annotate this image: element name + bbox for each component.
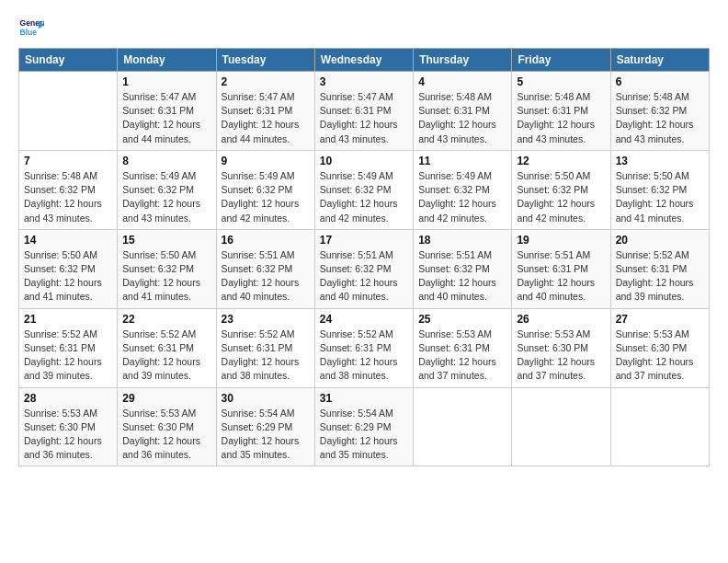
day-number: 8: [122, 155, 210, 167]
day-number: 2: [222, 75, 310, 88]
col-header-wednesday: Wednesday: [314, 49, 413, 72]
day-detail: Sunrise: 5:52 AM Sunset: 6:31 PM Dayligh…: [616, 248, 704, 304]
calendar-cell: 29Sunrise: 5:53 AM Sunset: 6:30 PM Dayli…: [118, 387, 216, 466]
day-detail: Sunrise: 5:48 AM Sunset: 6:31 PM Dayligh…: [418, 90, 506, 146]
calendar-cell: [610, 387, 709, 466]
day-detail: Sunrise: 5:50 AM Sunset: 6:32 PM Dayligh…: [122, 248, 210, 304]
day-detail: Sunrise: 5:48 AM Sunset: 6:32 PM Dayligh…: [616, 90, 704, 146]
day-detail: Sunrise: 5:53 AM Sunset: 6:30 PM Dayligh…: [122, 407, 210, 463]
day-number: 28: [24, 392, 112, 405]
day-detail: Sunrise: 5:48 AM Sunset: 6:31 PM Dayligh…: [517, 90, 605, 146]
day-number: 20: [616, 234, 704, 247]
day-detail: Sunrise: 5:52 AM Sunset: 6:31 PM Dayligh…: [24, 327, 112, 384]
calendar-cell: 27Sunrise: 5:53 AM Sunset: 6:30 PM Dayli…: [610, 308, 709, 387]
logo: General Blue: [18, 15, 44, 40]
calendar-cell: 8Sunrise: 5:49 AM Sunset: 6:32 PM Daylig…: [118, 150, 216, 229]
calendar-cell: 14Sunrise: 5:50 AM Sunset: 6:32 PM Dayli…: [19, 229, 118, 308]
calendar-cell: [19, 72, 118, 151]
calendar-cell: 12Sunrise: 5:50 AM Sunset: 6:32 PM Dayli…: [512, 150, 610, 229]
day-number: 22: [122, 313, 210, 326]
calendar-cell: 16Sunrise: 5:51 AM Sunset: 6:32 PM Dayli…: [216, 229, 314, 308]
col-header-sunday: Sunday: [19, 49, 118, 72]
calendar-cell: 22Sunrise: 5:52 AM Sunset: 6:31 PM Dayli…: [118, 308, 216, 387]
calendar-cell: 6Sunrise: 5:48 AM Sunset: 6:32 PM Daylig…: [610, 72, 709, 151]
calendar-cell: 9Sunrise: 5:49 AM Sunset: 6:32 PM Daylig…: [216, 150, 314, 229]
day-number: 17: [320, 234, 408, 247]
day-number: 16: [222, 234, 310, 247]
day-detail: Sunrise: 5:49 AM Sunset: 6:32 PM Dayligh…: [320, 169, 408, 225]
day-number: 14: [24, 234, 112, 247]
col-header-monday: Monday: [118, 49, 216, 72]
day-number: 9: [222, 155, 310, 167]
day-detail: Sunrise: 5:47 AM Sunset: 6:31 PM Dayligh…: [222, 90, 310, 146]
calendar-week-3: 14Sunrise: 5:50 AM Sunset: 6:32 PM Dayli…: [19, 229, 710, 308]
day-number: 6: [616, 75, 704, 88]
calendar-cell: 31Sunrise: 5:54 AM Sunset: 6:29 PM Dayli…: [314, 387, 413, 466]
day-number: 3: [320, 75, 408, 88]
calendar-cell: 4Sunrise: 5:48 AM Sunset: 6:31 PM Daylig…: [414, 72, 512, 151]
day-detail: Sunrise: 5:47 AM Sunset: 6:31 PM Dayligh…: [320, 90, 408, 146]
calendar-cell: 19Sunrise: 5:51 AM Sunset: 6:31 PM Dayli…: [512, 229, 610, 308]
day-number: 27: [616, 313, 704, 326]
col-header-tuesday: Tuesday: [216, 49, 314, 72]
calendar-cell: 2Sunrise: 5:47 AM Sunset: 6:31 PM Daylig…: [216, 72, 314, 151]
calendar-cell: 28Sunrise: 5:53 AM Sunset: 6:30 PM Dayli…: [19, 387, 118, 466]
day-detail: Sunrise: 5:53 AM Sunset: 6:30 PM Dayligh…: [24, 407, 112, 463]
day-number: 13: [616, 155, 704, 167]
calendar-week-4: 21Sunrise: 5:52 AM Sunset: 6:31 PM Dayli…: [19, 308, 710, 387]
calendar-cell: [512, 387, 610, 466]
calendar-cell: 5Sunrise: 5:48 AM Sunset: 6:31 PM Daylig…: [512, 72, 610, 151]
day-number: 24: [320, 313, 408, 326]
day-number: 29: [122, 392, 210, 405]
calendar-cell: 18Sunrise: 5:51 AM Sunset: 6:32 PM Dayli…: [414, 229, 512, 308]
day-number: 7: [24, 155, 112, 167]
calendar-cell: 20Sunrise: 5:52 AM Sunset: 6:31 PM Dayli…: [610, 229, 709, 308]
calendar-header-row: SundayMondayTuesdayWednesdayThursdayFrid…: [19, 49, 710, 72]
day-detail: Sunrise: 5:52 AM Sunset: 6:31 PM Dayligh…: [222, 327, 310, 384]
calendar-cell: 1Sunrise: 5:47 AM Sunset: 6:31 PM Daylig…: [118, 72, 216, 151]
day-detail: Sunrise: 5:54 AM Sunset: 6:29 PM Dayligh…: [320, 407, 408, 463]
col-header-thursday: Thursday: [414, 49, 512, 72]
day-number: 30: [222, 392, 310, 405]
day-number: 21: [24, 313, 112, 326]
day-number: 18: [418, 234, 506, 247]
calendar-body: 1Sunrise: 5:47 AM Sunset: 6:31 PM Daylig…: [19, 72, 710, 466]
day-number: 26: [517, 313, 605, 326]
day-detail: Sunrise: 5:53 AM Sunset: 6:31 PM Dayligh…: [418, 327, 506, 384]
calendar-week-1: 1Sunrise: 5:47 AM Sunset: 6:31 PM Daylig…: [19, 72, 710, 151]
calendar-cell: 17Sunrise: 5:51 AM Sunset: 6:32 PM Dayli…: [314, 229, 413, 308]
day-number: 4: [418, 75, 506, 88]
day-number: 23: [222, 313, 310, 326]
day-detail: Sunrise: 5:53 AM Sunset: 6:30 PM Dayligh…: [616, 327, 704, 384]
day-detail: Sunrise: 5:51 AM Sunset: 6:32 PM Dayligh…: [222, 248, 310, 304]
calendar-cell: 30Sunrise: 5:54 AM Sunset: 6:29 PM Dayli…: [216, 387, 314, 466]
day-detail: Sunrise: 5:53 AM Sunset: 6:30 PM Dayligh…: [517, 327, 605, 384]
day-number: 10: [320, 155, 408, 167]
day-number: 1: [122, 75, 210, 88]
calendar-cell: 24Sunrise: 5:52 AM Sunset: 6:31 PM Dayli…: [314, 308, 413, 387]
day-detail: Sunrise: 5:49 AM Sunset: 6:32 PM Dayligh…: [418, 169, 506, 225]
day-detail: Sunrise: 5:52 AM Sunset: 6:31 PM Dayligh…: [320, 327, 408, 384]
day-detail: Sunrise: 5:51 AM Sunset: 6:32 PM Dayligh…: [418, 248, 506, 304]
calendar-cell: 25Sunrise: 5:53 AM Sunset: 6:31 PM Dayli…: [414, 308, 512, 387]
day-detail: Sunrise: 5:47 AM Sunset: 6:31 PM Dayligh…: [122, 90, 210, 146]
day-detail: Sunrise: 5:52 AM Sunset: 6:31 PM Dayligh…: [122, 327, 210, 384]
day-detail: Sunrise: 5:49 AM Sunset: 6:32 PM Dayligh…: [222, 169, 310, 225]
svg-text:Blue: Blue: [20, 28, 38, 37]
page-header: General Blue: [18, 15, 710, 40]
calendar-cell: 7Sunrise: 5:48 AM Sunset: 6:32 PM Daylig…: [19, 150, 118, 229]
calendar-table: SundayMondayTuesdayWednesdayThursdayFrid…: [18, 48, 710, 466]
day-number: 12: [517, 155, 605, 167]
day-number: 31: [320, 392, 408, 405]
calendar-cell: 11Sunrise: 5:49 AM Sunset: 6:32 PM Dayli…: [414, 150, 512, 229]
day-detail: Sunrise: 5:50 AM Sunset: 6:32 PM Dayligh…: [517, 169, 605, 225]
day-detail: Sunrise: 5:50 AM Sunset: 6:32 PM Dayligh…: [616, 169, 704, 225]
day-detail: Sunrise: 5:50 AM Sunset: 6:32 PM Dayligh…: [24, 248, 112, 304]
calendar-cell: 3Sunrise: 5:47 AM Sunset: 6:31 PM Daylig…: [314, 72, 413, 151]
calendar-cell: 21Sunrise: 5:52 AM Sunset: 6:31 PM Dayli…: [19, 308, 118, 387]
day-number: 25: [418, 313, 506, 326]
calendar-cell: [414, 387, 512, 466]
logo-icon: General Blue: [18, 15, 44, 40]
day-detail: Sunrise: 5:49 AM Sunset: 6:32 PM Dayligh…: [122, 169, 210, 225]
calendar-cell: 13Sunrise: 5:50 AM Sunset: 6:32 PM Dayli…: [610, 150, 709, 229]
